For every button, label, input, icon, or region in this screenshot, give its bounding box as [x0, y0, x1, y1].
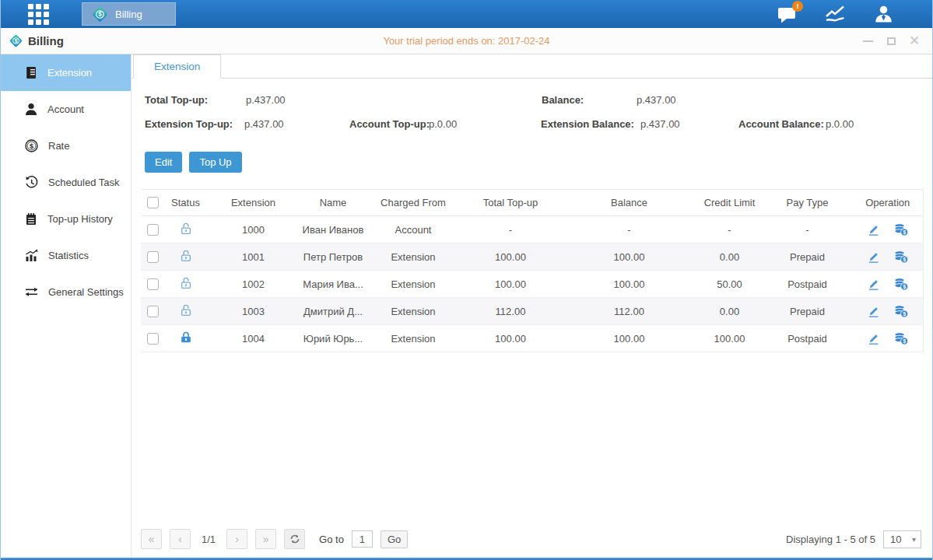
window-title-text: Billing	[28, 34, 64, 47]
edit-button[interactable]: Edit	[145, 152, 182, 173]
row-checkbox[interactable]	[147, 333, 159, 345]
pagination-bar: « ‹ 1/1 › » Go to Go	[132, 529, 932, 558]
cell-name: Петр Петров	[300, 243, 367, 271]
topup-history-notebook-icon	[25, 212, 37, 226]
cell-extension: 1000	[207, 216, 300, 243]
sidebar-item-statistics[interactable]: Statistics	[1, 237, 131, 274]
extension-table: Status Extension Name Charged From Total…	[141, 189, 924, 352]
svg-text:$: $	[15, 38, 18, 44]
table-header-row: Status Extension Name Charged From Total…	[141, 190, 923, 216]
top-up-row-icon[interactable]: $	[893, 305, 909, 318]
statistics-bar-chart-icon	[25, 249, 38, 262]
top-up-row-icon[interactable]: $	[893, 332, 909, 345]
edit-row-icon[interactable]	[867, 250, 880, 264]
app-launcher-grid-icon[interactable]	[28, 4, 49, 25]
edit-row-icon[interactable]	[867, 223, 880, 236]
cell-balance: 100.00	[561, 271, 697, 298]
edit-row-icon[interactable]	[867, 278, 880, 291]
row-checkbox[interactable]	[147, 306, 159, 317]
total-topup-label: Total Top-up:	[145, 94, 208, 106]
sidebar-item-label: Top-up History	[47, 213, 113, 225]
monitor-button[interactable]	[825, 5, 846, 23]
row-checkbox[interactable]	[147, 278, 159, 290]
sidebar-item-rate[interactable]: $ Rate	[1, 128, 131, 164]
cell-total-topup: 100.00	[460, 271, 561, 298]
cell-pay-type: -	[762, 216, 853, 243]
select-all-checkbox[interactable]	[147, 197, 159, 208]
maximize-button[interactable]	[886, 36, 896, 47]
edit-row-icon[interactable]	[867, 332, 880, 345]
sidebar-item-label: Rate	[48, 140, 69, 152]
page-size-select[interactable]: 10 ▾	[883, 530, 921, 548]
action-buttons: Edit Top Up	[145, 152, 932, 173]
svg-text:$: $	[903, 310, 906, 317]
go-button[interactable]: Go	[381, 530, 408, 548]
cell-total-topup: 112.00	[460, 298, 561, 325]
cell-total-topup: -	[460, 216, 561, 243]
balance-label: Balance:	[542, 94, 584, 106]
status-locked-icon	[179, 331, 193, 345]
topbar-tab-label: Billing	[115, 9, 142, 20]
extension-balance-value: p.437.00	[640, 118, 680, 130]
sidebar-item-general-settings[interactable]: General Settings	[1, 274, 131, 310]
main-panel: Extension Total Top-up: p.437.00 Balance…	[132, 54, 932, 558]
top-up-row-icon[interactable]: $	[893, 223, 909, 236]
cell-credit-limit: -	[697, 216, 762, 243]
top-up-button[interactable]: Top Up	[189, 152, 241, 173]
trial-period-message: Your trial period ends on: 2017-02-24	[1, 35, 932, 47]
table-row: 1001 Петр Петров Extension 100.00 100.00…	[141, 243, 923, 271]
svg-text:$: $	[903, 338, 906, 344]
svg-text:$: $	[903, 256, 906, 262]
user-account-button[interactable]	[874, 5, 893, 24]
close-button[interactable]: ✕	[909, 36, 920, 47]
cell-charged-from: Extension	[367, 298, 460, 325]
tab-extension[interactable]: Extension	[133, 54, 221, 79]
sidebar-item-account[interactable]: Account	[1, 91, 131, 128]
sidebar-item-scheduled-task[interactable]: Scheduled Task	[1, 164, 131, 201]
top-up-row-icon[interactable]: $	[893, 278, 909, 291]
top-up-row-icon[interactable]: $	[893, 250, 909, 264]
topbar: $ Billing !	[1, 0, 932, 28]
tab-strip: Extension	[132, 54, 932, 79]
cell-credit-limit: 0.00	[697, 243, 762, 271]
row-checkbox[interactable]	[147, 224, 159, 236]
balance-value: p.437.00	[637, 94, 676, 106]
line-chart-icon	[825, 5, 846, 23]
extension-topup-label: Extension Top-up:	[145, 118, 233, 130]
last-page-button[interactable]: »	[255, 529, 276, 549]
messages-button[interactable]: !	[777, 5, 797, 23]
refresh-icon	[289, 534, 300, 544]
goto-page-input[interactable]	[352, 530, 373, 548]
page-indicator: 1/1	[202, 534, 216, 545]
prev-page-button[interactable]: ‹	[170, 529, 191, 549]
extension-table-wrap: Status Extension Name Charged From Total…	[141, 189, 932, 352]
col-total-topup: Total Top-up	[460, 190, 561, 216]
col-extension: Extension	[207, 190, 300, 216]
next-page-button[interactable]: ›	[226, 529, 247, 549]
cell-extension: 1003	[207, 298, 300, 325]
sidebar-item-label: Account	[47, 103, 84, 115]
svg-text:$: $	[903, 229, 906, 235]
cell-credit-limit: 0.00	[697, 298, 762, 325]
sidebar-item-extension[interactable]: Extension	[1, 54, 131, 91]
table-row: 1000 Иван Иванов Account - - - - $	[141, 216, 923, 243]
edit-row-icon[interactable]	[867, 305, 880, 318]
minimize-button[interactable]	[862, 36, 873, 47]
topbar-tab-billing[interactable]: $ Billing	[82, 2, 176, 26]
notification-badge: !	[792, 1, 803, 12]
cell-charged-from: Extension	[367, 325, 460, 352]
first-page-button[interactable]: «	[141, 529, 162, 549]
total-topup-value: p.437.00	[246, 94, 286, 106]
refresh-button[interactable]	[284, 529, 305, 549]
row-checkbox[interactable]	[147, 251, 159, 263]
pagination-controls: « ‹ 1/1 › » Go to Go	[141, 529, 408, 549]
table-row: 1004 Юрий Юрь... Extension 100.00 100.00…	[141, 325, 923, 352]
col-credit-limit: Credit Limit	[697, 190, 762, 216]
cell-pay-type: Postpaid	[762, 271, 853, 298]
account-topup-value: p.0.00	[429, 118, 457, 130]
cell-pay-type: Prepaid	[762, 243, 853, 271]
sidebar-item-topup-history[interactable]: Top-up History	[1, 201, 131, 237]
grid-icon	[28, 4, 49, 25]
table-row: 1003 Дмитрий Д... Extension 112.00 112.0…	[141, 298, 923, 325]
sidebar-item-label: Extension	[47, 67, 92, 79]
